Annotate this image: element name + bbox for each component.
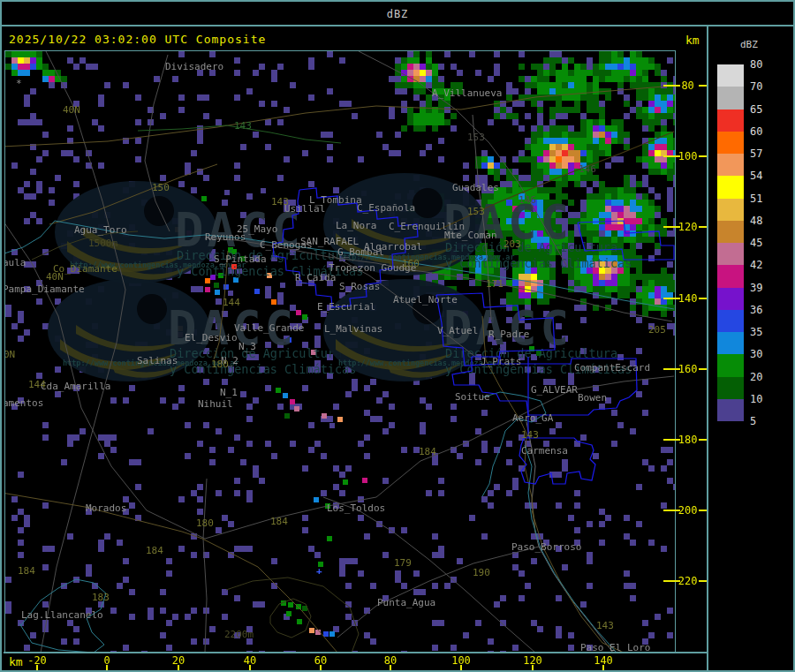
map-label: 40N	[46, 272, 64, 282]
right-axis-tick	[663, 580, 680, 582]
map-label: 171	[486, 279, 504, 289]
map-label: Los_Toldos	[327, 503, 385, 513]
bottom-axis-tick	[106, 665, 108, 671]
map-label: Paso_Borroso	[511, 542, 581, 552]
map-label: 0N	[4, 350, 15, 359]
map-label: 143	[596, 621, 614, 630]
map-label: 205	[648, 325, 666, 335]
map-label: Atuel_Norte	[393, 295, 458, 305]
title-bar: dBZ	[2, 2, 793, 23]
colorbar-label-54: 54	[750, 170, 776, 182]
map-label: L_Malvinas	[324, 324, 382, 334]
map-label-layer: DivisaderoA_VillanuevaGuadalesL_TombinaU…	[5, 51, 675, 652]
right-axis-tick	[699, 85, 707, 87]
colorbar-swatch-36	[717, 310, 744, 332]
map-label: amentos	[4, 398, 43, 408]
colorbar-swatches	[717, 64, 744, 421]
map-label: V_Atuel	[437, 326, 478, 336]
map-label: S_Rosas	[339, 282, 380, 291]
map-label: A_Villanueva	[432, 88, 502, 98]
map-label: 184	[146, 546, 163, 555]
right-axis-tick	[699, 226, 707, 228]
map-label: R_Padre	[488, 329, 529, 339]
radar-app-window: dBZ 2025/10/22 03:02:00 UTC Composite km…	[0, 0, 795, 672]
map-label: G_Bombal	[337, 247, 384, 257]
map-label: 203	[504, 239, 521, 249]
map-label: 40N	[63, 105, 80, 115]
map-label: Guadales	[452, 183, 499, 193]
map-label: La_Nora	[336, 221, 376, 230]
bottom-axis-tick	[36, 665, 38, 671]
map-label: 179	[394, 558, 412, 568]
map-label: 1500m	[88, 238, 117, 248]
map-label: 144	[28, 380, 46, 389]
colorbar-swatch-42	[717, 265, 744, 287]
title-separator	[2, 25, 793, 26]
map-label: Usillal	[284, 204, 325, 214]
map-label: J_Prats	[481, 357, 521, 366]
map-label: S_Pintada	[214, 254, 267, 264]
map-label: Pampa_Diamante	[4, 284, 85, 294]
right-axis-tick	[699, 155, 707, 157]
right-axis-tick	[699, 368, 707, 370]
colorbar-label-60: 60	[750, 125, 776, 138]
map-label: 180	[196, 518, 214, 528]
right-axis-tick	[699, 298, 707, 299]
bottom-axis-tick	[320, 665, 322, 671]
colorbar-label-42: 42	[750, 259, 776, 271]
bottom-axis-tick	[390, 665, 391, 671]
map-label: Aero_GA	[512, 413, 553, 423]
colorbar-label-39: 39	[750, 282, 776, 294]
colorbar-swatch-45	[717, 243, 744, 265]
colorbar-label-5: 5	[750, 415, 776, 427]
map-label: 190	[473, 568, 490, 578]
map-label: 180	[211, 359, 229, 369]
bottom-axis-tick	[249, 665, 251, 671]
map-label: +	[316, 566, 322, 576]
colorbar-swatch-65	[717, 109, 744, 132]
map-label: Agua_Toro	[74, 225, 127, 235]
colorbar-swatch-39	[717, 288, 744, 310]
map-label: CompantEscard	[574, 363, 650, 373]
colorbar-swatch-57	[717, 154, 744, 176]
colorbar-swatch-60	[717, 132, 744, 154]
map-label: Carmensa	[521, 446, 568, 456]
map-label: Valle_Grande	[234, 323, 304, 333]
map-label: aula	[4, 258, 26, 268]
map-label: Lag.Llancanelo	[21, 610, 103, 620]
right-axis-unit-label: km	[685, 34, 700, 47]
radar-map-viewport: DACCDirección de Agriculturay Contingenc…	[4, 50, 676, 653]
colorbar-swatch-20	[717, 377, 744, 399]
map-label: C_Española	[357, 203, 415, 213]
right-axis-tick	[699, 580, 707, 582]
map-label: Reyunos	[205, 232, 246, 242]
right-axis-tick	[663, 85, 680, 87]
map-label: 153	[467, 207, 485, 216]
map-label: Soitue	[455, 392, 490, 402]
colorbar-label-65: 65	[750, 103, 776, 116]
colorbar-label-36: 36	[750, 304, 776, 316]
colorbar-label-51: 51	[750, 193, 776, 205]
colorbar-label-20: 20	[750, 371, 776, 383]
colorbar-swatch-35	[717, 332, 744, 354]
colorbar-label-10: 10	[750, 393, 776, 405]
colorbar-title: dBZ	[740, 39, 758, 50]
map-label: 184	[18, 566, 35, 576]
colorbar-swatch-51	[717, 199, 744, 221]
right-axis-tick	[663, 510, 680, 511]
timestamp-label: 2025/10/22 03:02:00 UTC Composite	[9, 33, 266, 46]
map-label: N_1	[220, 388, 238, 397]
bottom-axis-tick	[178, 665, 179, 671]
colorbar-label-48: 48	[750, 215, 776, 227]
map-label: 143	[521, 430, 539, 440]
colorbar-swatch-30	[717, 354, 744, 376]
right-axis-tick	[699, 510, 707, 511]
map-label: 2200m	[224, 630, 254, 639]
map-label: 184	[270, 517, 288, 526]
map-label: 184	[419, 447, 436, 457]
colorbar-swatch-80	[717, 64, 744, 87]
right-axis-tick	[663, 226, 680, 228]
map-label: El_Desvio	[185, 333, 238, 343]
right-axis-tick	[663, 368, 680, 370]
colorbar-label-35: 35	[750, 326, 776, 338]
